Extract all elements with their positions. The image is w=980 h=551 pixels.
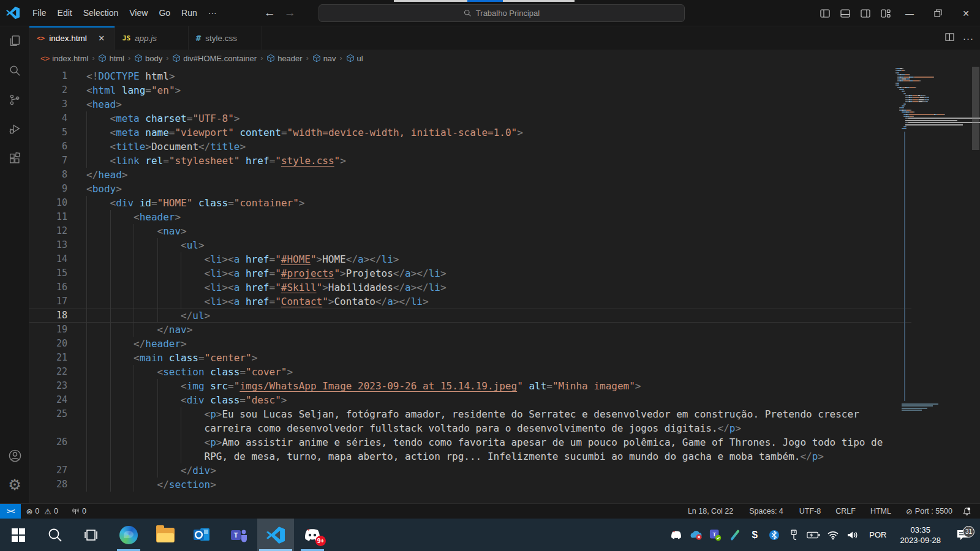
tray-wifi-icon[interactable] <box>826 528 840 542</box>
code-text[interactable]: </nav> <box>86 323 894 337</box>
taskbar-start-button[interactable] <box>0 519 37 551</box>
minimap[interactable] <box>895 68 970 503</box>
menu-[interactable]: ··· <box>203 6 222 20</box>
cursor-position[interactable]: Ln 18, Col 22 <box>683 504 738 519</box>
code-text[interactable]: </header> <box>86 337 894 351</box>
accounts-icon[interactable] <box>0 441 29 470</box>
code-line-13[interactable]: 13<ul> <box>29 238 911 252</box>
toggle-panel-icon[interactable] <box>835 0 855 26</box>
taskbar-vscode-icon[interactable] <box>257 519 294 551</box>
tray-s-app-icon[interactable]: $ <box>748 528 761 542</box>
code-text[interactable]: </ul> <box>86 309 894 323</box>
code-text[interactable]: <img src="imgs/WhatsApp Image 2023-09-26… <box>86 379 894 393</box>
source-control-icon[interactable] <box>0 85 29 114</box>
code-line-28[interactable]: 28</section> <box>29 478 911 492</box>
code-line-20[interactable]: 20</header> <box>29 337 911 351</box>
taskbar-task-view-icon[interactable] <box>74 519 110 551</box>
line-number[interactable]: 5 <box>29 126 67 140</box>
breadcrumb-div-home-container[interactable]: div#HOME.container <box>172 54 257 63</box>
code-line-7[interactable]: 7<link rel="stylesheet" href="style.css"… <box>29 154 911 168</box>
code-text[interactable]: <nav> <box>86 224 894 238</box>
remote-indicator[interactable]: >< <box>0 504 21 519</box>
taskbar-discord-icon[interactable]: 9+ <box>294 519 331 551</box>
breadcrumb-ul[interactable]: ul <box>346 54 363 63</box>
menu-edit[interactable]: Edit <box>52 6 78 20</box>
line-number[interactable]: 10 <box>29 196 67 210</box>
code-text[interactable]: <meta charset="UTF-8"> <box>86 111 894 126</box>
encoding-status[interactable]: UTF-8 <box>794 504 826 519</box>
explorer-icon[interactable] <box>0 26 29 56</box>
code-line-3[interactable]: 3<head> <box>29 97 911 111</box>
code-text[interactable]: <ul> <box>86 238 894 252</box>
code-text[interactable]: <!DOCTYPE html> <box>86 69 894 83</box>
search-sidebar-icon[interactable] <box>0 56 29 85</box>
line-number[interactable]: 26 <box>29 435 67 449</box>
code-line-8[interactable]: 8</head> <box>29 168 911 182</box>
code-line-4[interactable]: 4<meta charset="UTF-8"> <box>29 111 911 126</box>
nav-back-icon[interactable]: ← <box>264 6 276 20</box>
line-number[interactable]: 1 <box>29 69 67 83</box>
line-number[interactable]: 2 <box>29 83 67 97</box>
breadcrumb-html[interactable]: html <box>98 54 124 63</box>
breadcrumb-body[interactable]: body <box>134 54 162 63</box>
tab-app.js[interactable]: JSapp.js <box>115 26 189 50</box>
taskbar-edge-icon[interactable] <box>110 519 147 551</box>
code-text[interactable]: <main class="center"> <box>86 351 894 365</box>
code-line-2[interactable]: 2<html lang="en"> <box>29 83 911 97</box>
code-text[interactable]: <li><a href="Contact">Contato</a></li> <box>86 294 894 309</box>
tray-battery-icon[interactable] <box>807 528 820 542</box>
ports-status[interactable]: 0 <box>67 504 91 519</box>
taskbar-outlook-icon[interactable] <box>184 519 221 551</box>
clock[interactable]: 03:35 2023-09-28 <box>897 525 945 545</box>
toggle-secondary-sidebar-icon[interactable] <box>855 0 875 26</box>
tab-index.html[interactable]: <>index.html✕ <box>29 26 115 50</box>
code-line-1[interactable]: 1<!DOCTYPE html> <box>29 69 911 83</box>
line-number[interactable]: 3 <box>29 97 67 111</box>
taskbar-teams-icon[interactable]: T <box>221 519 257 551</box>
code-line-10[interactable]: 10<div id="HOME" class="container"> <box>29 196 911 210</box>
scrollbar-slider[interactable] <box>972 67 979 150</box>
code-line-9[interactable]: 9<body> <box>29 182 911 196</box>
line-number[interactable]: 11 <box>29 210 67 224</box>
tray-onedrive-error-icon[interactable] <box>689 528 703 542</box>
tray-discord-icon[interactable] <box>669 528 683 542</box>
tray-slash-app-icon[interactable] <box>728 528 742 542</box>
line-number[interactable]: 17 <box>29 294 67 309</box>
code-line-23[interactable]: 23<img src="imgs/WhatsApp Image 2023-09-… <box>29 379 911 393</box>
indentation-status[interactable]: Spaces: 4 <box>744 504 788 519</box>
close-button[interactable]: ✕ <box>952 0 980 26</box>
line-number[interactable]: 22 <box>29 365 67 379</box>
language-indicator[interactable]: POR <box>865 530 890 539</box>
code-line-15[interactable]: 15<li><a href="#projects">Projetos</a></… <box>29 266 911 280</box>
menu-view[interactable]: View <box>124 6 153 20</box>
line-number[interactable]: 25 <box>29 407 67 421</box>
code-text[interactable]: <link rel="stylesheet" href="style.css"> <box>86 154 894 168</box>
tab-close-icon[interactable]: ✕ <box>96 32 107 43</box>
taskbar-file-explorer-icon[interactable] <box>147 519 184 551</box>
minimize-button[interactable]: — <box>895 0 924 26</box>
code-line-19[interactable]: 19</nav> <box>29 323 911 337</box>
line-number[interactable]: 14 <box>29 252 67 266</box>
code-text[interactable]: <body> <box>86 182 894 196</box>
code-line-26[interactable]: 26<p>Amo assistir anime e séries, tendo … <box>29 435 911 463</box>
line-number[interactable]: 18 <box>29 309 67 323</box>
code-text[interactable]: </section> <box>86 478 894 492</box>
code-text[interactable]: <li><a href="#Skill">Habilidades</a></li… <box>86 280 894 294</box>
language-mode[interactable]: HTML <box>865 504 896 519</box>
code-line-21[interactable]: 21<main class="center"> <box>29 351 911 365</box>
line-number[interactable]: 7 <box>29 154 67 168</box>
line-number[interactable]: 20 <box>29 337 67 351</box>
restore-button[interactable] <box>924 0 952 26</box>
line-number[interactable]: 16 <box>29 280 67 294</box>
taskbar-search-button[interactable] <box>37 519 74 551</box>
code-line-14[interactable]: 14<li><a href="#HOME">HOME</a></li> <box>29 252 911 266</box>
code-text[interactable]: <p>Eu sou Lucas Seljan, fotógrafo amador… <box>86 407 894 435</box>
split-editor-icon[interactable] <box>945 32 954 43</box>
menu-selection[interactable]: Selection <box>78 6 124 20</box>
code-editor[interactable]: 1<!DOCTYPE html>2<html lang="en">3<head>… <box>29 67 980 503</box>
notifications-bell[interactable] <box>957 504 976 519</box>
breadcrumb-index-html[interactable]: <>index.html <box>40 54 88 63</box>
eol-status[interactable]: CRLF <box>831 504 861 519</box>
code-text[interactable]: <p>Amo assistir anime e séries, tendo co… <box>86 435 894 463</box>
line-number[interactable]: 27 <box>29 463 67 478</box>
